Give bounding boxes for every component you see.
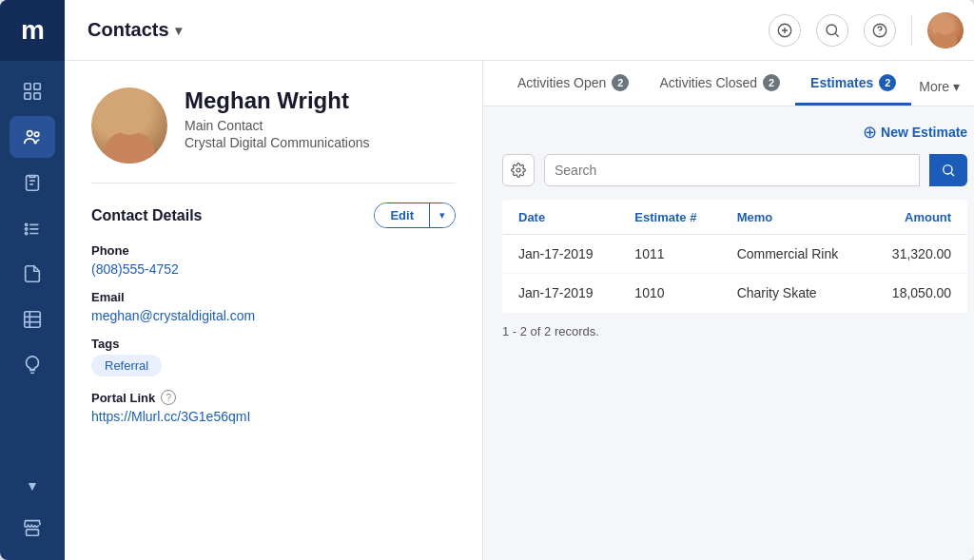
details-title: Contact Details (91, 207, 202, 224)
tab-estimates[interactable]: Estimates 2 (795, 61, 911, 106)
tag-referral[interactable]: Referral (91, 355, 162, 377)
contact-company: Crystal Digital Communications (185, 135, 456, 150)
svg-point-26 (880, 33, 881, 34)
svg-point-28 (944, 165, 952, 174)
estimates-table: Date Estimate # Memo Amount Jan-17-2019 … (502, 200, 967, 313)
table-icon (22, 309, 43, 330)
topbar-actions (769, 12, 964, 48)
settings-button[interactable] (502, 154, 535, 186)
table-row[interactable]: Jan-17-2019 1011 Commercial Rink 31,320.… (503, 235, 967, 274)
sidebar-item-documents[interactable] (10, 253, 55, 295)
bulb-icon (22, 355, 43, 376)
main-area: Contacts ▾ (65, 0, 974, 560)
body-area: Meghan Wright Main Contact Crystal Digit… (65, 61, 974, 560)
cell-estimate-num-1: 1011 (619, 235, 721, 274)
more-chevron-icon: ▾ (953, 79, 960, 94)
tabs-bar: Activities Open 2 Activities Closed 2 Es… (483, 61, 974, 106)
tab-more[interactable]: More ▾ (911, 66, 967, 106)
user-avatar[interactable] (927, 12, 964, 48)
svg-rect-1 (34, 84, 40, 89)
col-amount: Amount (867, 201, 967, 235)
email-value[interactable]: meghan@crystaldigital.com (91, 308, 456, 323)
document-icon (22, 263, 43, 284)
topbar: Contacts ▾ (65, 0, 974, 61)
svg-point-13 (25, 232, 27, 234)
records-count: 1 - 2 of 2 records. (502, 324, 967, 338)
gear-icon (511, 163, 526, 178)
svg-rect-15 (25, 312, 41, 328)
tab-estimates-label: Estimates (810, 75, 873, 90)
cell-memo-2: Charity Skate (722, 274, 867, 313)
search-button[interactable] (816, 14, 848, 47)
new-estimate-button[interactable]: ⊕ New Estimate (863, 122, 967, 143)
portal-help-icon[interactable]: ? (161, 390, 176, 405)
plus-circle-icon: ⊕ (863, 122, 877, 143)
sidebar-item-store[interactable] (10, 507, 55, 549)
search-icon (824, 22, 841, 39)
svg-point-4 (28, 131, 33, 137)
edit-button[interactable]: Edit (375, 203, 430, 227)
title-chevron[interactable]: ▾ (175, 23, 182, 38)
sidebar-item-lists[interactable] (10, 207, 55, 249)
grid-icon (22, 81, 43, 102)
svg-point-27 (516, 168, 520, 172)
search-submit-button[interactable] (929, 154, 967, 186)
tab-activities-open-badge: 2 (612, 74, 629, 91)
search-row (502, 154, 967, 186)
portal-row: Portal Link ? (91, 390, 456, 405)
cell-amount-2: 18,050.00 (867, 274, 967, 313)
sidebar: m (0, 0, 65, 560)
cell-date-1: Jan-17-2019 (503, 235, 620, 274)
estimates-panel: ⊕ New Estimate (483, 106, 974, 560)
table-row[interactable]: Jan-17-2019 1010 Charity Skate 18,050.00 (503, 274, 967, 313)
tags-container: Referral (91, 355, 456, 377)
clipboard-icon (22, 172, 43, 193)
help-icon (871, 22, 888, 39)
store-icon (22, 517, 43, 538)
phone-label: Phone (91, 243, 456, 258)
app-logo[interactable]: m (0, 0, 65, 61)
svg-line-29 (951, 173, 954, 176)
contact-info: Meghan Wright Main Contact Crystal Digit… (185, 87, 456, 150)
sidebar-collapse-btn[interactable]: ▼ (10, 469, 55, 503)
sidebar-item-ideas[interactable] (10, 344, 55, 386)
svg-point-11 (25, 228, 27, 230)
phone-value[interactable]: (808)555-4752 (91, 261, 456, 277)
sidebar-nav (10, 61, 55, 469)
email-label: Email (91, 290, 456, 304)
col-estimate-num: Estimate # (619, 201, 721, 235)
details-header: Contact Details Edit ▾ (91, 203, 456, 228)
cell-amount-1: 31,320.00 (867, 235, 967, 274)
svg-point-5 (34, 132, 39, 137)
sidebar-item-activities[interactable] (10, 162, 55, 203)
page-title: Contacts ▾ (88, 19, 182, 41)
sidebar-item-table[interactable] (10, 299, 55, 340)
svg-rect-0 (25, 84, 30, 89)
tab-activities-open-label: Activities Open (517, 75, 606, 90)
help-button[interactable] (864, 14, 896, 47)
contact-details-section: Contact Details Edit ▾ Phone (808)555-47… (91, 203, 456, 424)
page-title-text: Contacts (88, 19, 169, 41)
tab-more-label: More (919, 79, 949, 94)
sidebar-item-contacts[interactable] (10, 116, 55, 158)
tab-activities-closed-badge: 2 (763, 74, 780, 91)
tab-activities-closed[interactable]: Activities Closed 2 (644, 61, 795, 106)
table-header-row: Date Estimate # Memo Amount (503, 201, 967, 235)
right-panel: Activities Open 2 Activities Closed 2 Es… (483, 61, 974, 560)
contact-name: Meghan Wright (185, 87, 456, 114)
edit-dropdown-button[interactable]: ▾ (430, 203, 455, 227)
search-input[interactable] (544, 154, 920, 186)
col-date: Date (503, 201, 620, 235)
contact-header: Meghan Wright Main Contact Crystal Digit… (91, 87, 456, 183)
sidebar-bottom: ▼ (10, 469, 55, 560)
cell-estimate-num-2: 1010 (619, 274, 721, 313)
sidebar-item-dashboard[interactable] (10, 70, 55, 112)
topbar-divider (911, 15, 912, 46)
cell-memo-1: Commercial Rink (722, 235, 867, 274)
svg-rect-19 (27, 530, 39, 535)
tab-activities-open[interactable]: Activities Open 2 (502, 61, 644, 106)
add-button[interactable] (769, 14, 801, 47)
portal-url[interactable]: https://Mlurl.cc/3G1e56qmI (91, 409, 456, 424)
svg-rect-3 (34, 93, 40, 99)
contact-role: Main Contact (185, 118, 456, 133)
